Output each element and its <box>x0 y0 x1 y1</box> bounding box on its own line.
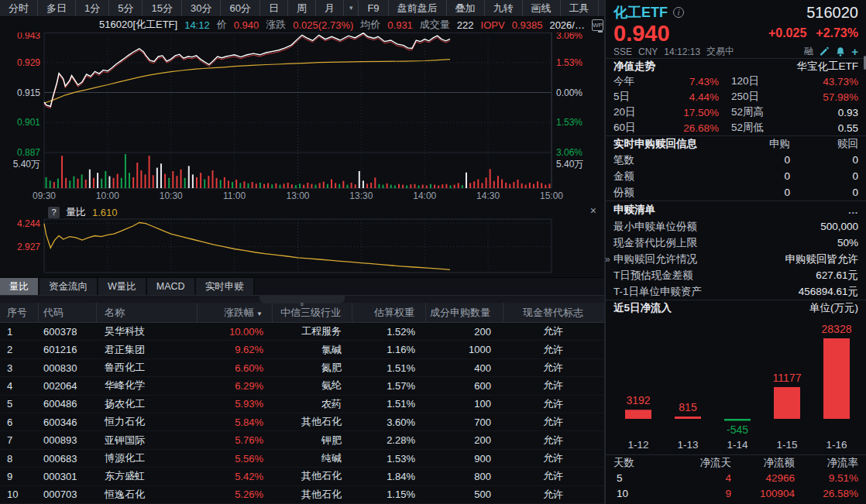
grid <box>44 33 552 188</box>
trading-terminal: 分时多日1分5分15分30分60分日周月 ▾ F9盘前盘后叠加九转画线工具 ⚙ … <box>0 0 866 504</box>
flow-unit: 单位(万元) <box>809 301 858 315</box>
toolbar-period-0[interactable]: 分时 <box>0 0 38 16</box>
toolbar-action-3[interactable]: 九转 <box>485 0 523 16</box>
price-axis-tick: 0.915 <box>17 87 40 98</box>
table-header-cell-0[interactable]: 序号 <box>0 303 39 322</box>
table-row[interactable]: 6600346恒力石化5.84%其他石化3.60%700允许 <box>0 413 604 431</box>
time-axis-tick: 13:30 <box>349 190 373 201</box>
collapse-button[interactable]: » <box>259 296 345 303</box>
table-row[interactable]: 3000830鲁西化工6.60%氮肥1.51%400允许 <box>0 359 604 377</box>
toolbar-period-7[interactable]: 日 <box>260 0 288 16</box>
rt-label: 笔数 <box>613 153 634 167</box>
toolbar-period-2[interactable]: 1分 <box>76 0 109 16</box>
subscribe-col-label: 申购 <box>722 137 790 151</box>
bell-icon[interactable] <box>835 46 846 57</box>
volume-bar <box>402 185 404 188</box>
volume-ratio-line <box>44 223 450 270</box>
volume-bar <box>243 181 245 188</box>
period-dropdown-icon[interactable]: ▾ <box>344 0 359 16</box>
rt-redeem-value: 0 <box>790 170 858 182</box>
intraday-chart-svg[interactable]: 0.9430.9290.9150.9010.8873.06%1.53%0.00%… <box>0 33 604 203</box>
volume-bar <box>378 184 380 188</box>
help-square-icon[interactable]: ? <box>48 207 60 218</box>
table-cell-2: 博源化工 <box>97 451 198 465</box>
volume-bar <box>149 156 150 188</box>
table-row[interactable]: 7000893亚钾国际5.76%钾肥2.28%200允许 <box>0 431 604 449</box>
toolbar-action-1[interactable]: 盘前盘后 <box>389 0 447 16</box>
toolbar-action-0[interactable]: F9 <box>359 0 388 16</box>
table-header-cell-3[interactable]: 涨跌幅▼ <box>198 303 273 322</box>
table-cell-0: 3 <box>0 362 39 374</box>
netvalue-section-header: 净值走势 华宝化工ETF <box>606 58 866 74</box>
add-icon[interactable]: + <box>851 46 858 57</box>
flow-date-label: 1-13 <box>677 439 698 451</box>
table-row[interactable]: 9000301东方盛虹5.42%其他石化1.84%800允许 <box>0 468 604 485</box>
table-cell-5: 1.15% <box>352 489 426 500</box>
table-cell-4: 其他石化 <box>273 415 352 429</box>
tab-3[interactable]: MACD <box>147 278 196 295</box>
fund-detail-panel: » 化工ETF i 516020 0.940 +0.025 +2.73% SSE… <box>604 0 866 504</box>
table-cell-2: 鲁西化工 <box>97 361 198 375</box>
rt-redeem-value: 0 <box>790 154 858 166</box>
close-icon[interactable]: × <box>590 204 596 217</box>
list-title: 申赎清单 <box>613 203 655 217</box>
wp-monitor-icon[interactable]: WP <box>592 19 603 31</box>
toolbar-period-1[interactable]: 多日 <box>38 0 76 16</box>
volume-bar <box>323 182 325 188</box>
table-cell-5: 1.51% <box>352 362 426 374</box>
volume-bar <box>184 178 186 188</box>
table-cell-3: 5.93% <box>198 398 273 410</box>
volume-bar <box>259 183 261 188</box>
table-header-cell-5[interactable]: 估算权重 <box>352 303 426 322</box>
table-header-cell-1[interactable]: 代码 <box>39 303 97 322</box>
tab-0[interactable]: 量比 <box>0 278 40 295</box>
stat-label: 今年 <box>613 74 658 88</box>
toolbar-period-5[interactable]: 30分 <box>182 0 221 16</box>
flow-header-cell: 天数 <box>613 456 668 470</box>
pencil-icon[interactable] <box>819 46 830 57</box>
fund-name: 化工ETF <box>613 3 668 22</box>
exchange-label: SSE <box>613 46 632 57</box>
list-rows: 最小申赎单位份额500,000现金替代比例上限50%申购赎回允许情况申购赎回皆允… <box>606 218 866 300</box>
toolbar-action-2[interactable]: 叠加 <box>447 0 485 16</box>
toolbar-action-5[interactable]: 工具 <box>561 0 599 16</box>
tab-1[interactable]: 资金流向 <box>40 278 98 295</box>
volume-bar <box>113 178 115 188</box>
flow-bar <box>675 417 701 419</box>
sort-down-icon[interactable]: ▼ <box>256 310 263 317</box>
table-cell-1: 600346 <box>39 417 97 428</box>
toolbar-period-9[interactable]: 月 <box>316 0 344 16</box>
toolbar-period-8[interactable]: 周 <box>288 0 316 16</box>
table-header-cell-2[interactable]: 名称 <box>97 303 198 322</box>
rt-subscribe-value: 0 <box>722 170 790 182</box>
table-cell-7: 允许 <box>503 451 603 465</box>
flow-cell: 100904 <box>731 488 795 499</box>
toolbar-period-3[interactable]: 5分 <box>109 0 143 16</box>
table-header-cell-4[interactable]: 中信三级行业 <box>273 303 352 322</box>
table-cell-5: 2.28% <box>352 434 426 446</box>
table-row[interactable]: 2601216君正集团9.62%氯碱1.16%1000允许 <box>0 341 604 358</box>
table-row[interactable]: 4002064华峰化学6.29%氨纶1.57%600允许 <box>0 377 604 395</box>
indicator-name[interactable]: 量比 <box>66 205 86 219</box>
percent-axis-tick: 3.06% <box>556 147 582 158</box>
volume-bar <box>319 183 321 188</box>
info-icon[interactable]: i <box>673 7 684 18</box>
volume-bar <box>248 183 249 188</box>
tab-4[interactable]: 实时申赎 <box>196 278 255 295</box>
more-icon[interactable]: … <box>848 204 859 216</box>
toolbar-period-4[interactable]: 15分 <box>143 0 181 16</box>
table-cell-4: 氯碱 <box>273 343 352 357</box>
panel-expander-icon[interactable]: » <box>605 254 610 265</box>
table-row[interactable]: 10000703恒逸石化5.26%其他石化1.15%500允许 <box>0 486 604 504</box>
toolbar-action-4[interactable]: 画线 <box>523 0 561 16</box>
table-row[interactable]: 8000683博源化工5.56%纯碱1.53%900允许 <box>0 450 604 468</box>
table-cell-7: 允许 <box>503 343 603 357</box>
table-header-cell-6[interactable]: 成分申购数量 <box>426 303 503 322</box>
table-row[interactable]: 5600486扬农化工5.93%农药1.51%100允许 <box>0 396 604 413</box>
tab-2[interactable]: W量比 <box>98 278 147 295</box>
table-cell-3: 6.29% <box>198 380 273 392</box>
table-row[interactable]: 1600378昊华科技10.00%工程服务1.52%200允许 <box>0 323 604 341</box>
toolbar-period-6[interactable]: 60分 <box>221 0 259 16</box>
table-header-cell-7[interactable]: 现金替代标志 <box>503 303 603 322</box>
list-value: 500,000 <box>820 221 858 232</box>
